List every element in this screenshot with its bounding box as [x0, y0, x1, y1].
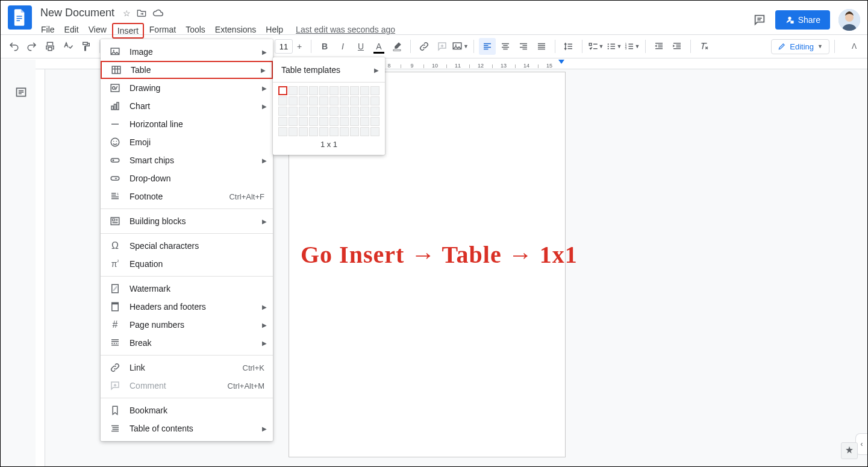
- insert-pagenum-item[interactable]: #Page numbers▶: [101, 316, 273, 334]
- move-icon[interactable]: [137, 8, 146, 18]
- menu-tools[interactable]: Tools: [181, 23, 210, 39]
- table-grid-cell[interactable]: [299, 117, 308, 126]
- document-title[interactable]: New Document: [37, 5, 118, 20]
- table-grid-cell[interactable]: [319, 96, 328, 105]
- table-size-grid[interactable]: [278, 86, 379, 136]
- insert-emoji-item[interactable]: Emoji: [101, 133, 273, 151]
- table-grid-cell[interactable]: [329, 86, 339, 95]
- decrease-indent-button[interactable]: [651, 38, 667, 55]
- table-grid-cell[interactable]: [278, 96, 287, 105]
- add-comment-button[interactable]: [434, 38, 451, 55]
- table-grid-cell[interactable]: [370, 127, 379, 136]
- menu-help[interactable]: Help: [261, 23, 287, 39]
- hide-menus-button[interactable]: ᐱ: [846, 38, 863, 55]
- table-grid-cell[interactable]: [350, 127, 359, 136]
- vertical-ruler[interactable]: [36, 69, 45, 466]
- align-left-button[interactable]: [479, 38, 496, 55]
- menu-view[interactable]: View: [84, 23, 111, 39]
- table-grid-cell[interactable]: [350, 96, 359, 105]
- table-grid-cell[interactable]: [340, 127, 349, 136]
- table-grid-cell[interactable]: [289, 127, 298, 136]
- table-grid-cell[interactable]: [299, 96, 308, 105]
- insert-headers-item[interactable]: Headers and footers▶: [101, 298, 273, 316]
- outline-button[interactable]: [15, 86, 27, 98]
- table-grid-cell[interactable]: [289, 107, 298, 116]
- increase-indent-button[interactable]: [669, 38, 685, 55]
- menu-extensions[interactable]: Extensions: [211, 23, 260, 39]
- table-grid-cell[interactable]: [329, 96, 339, 105]
- paint-format-button[interactable]: [78, 38, 95, 55]
- numbered-list-button[interactable]: 123▼: [623, 38, 640, 55]
- last-edit-link[interactable]: Last edit was seconds ago: [296, 23, 395, 39]
- table-grid-cell[interactable]: [309, 86, 318, 95]
- insert-table-item[interactable]: Table▶: [101, 61, 273, 79]
- table-grid-cell[interactable]: [319, 107, 328, 116]
- table-grid-cell[interactable]: [360, 96, 369, 105]
- font-size-input[interactable]: 11: [275, 39, 293, 54]
- insert-hr-item[interactable]: Horizontal line: [101, 115, 273, 133]
- italic-button[interactable]: I: [334, 38, 351, 55]
- insert-chart-item[interactable]: Chart▶: [101, 97, 273, 115]
- bold-button[interactable]: B: [316, 38, 333, 55]
- highlight-color-button[interactable]: [389, 38, 405, 55]
- indent-marker-icon[interactable]: [558, 60, 564, 64]
- table-grid-cell[interactable]: [309, 96, 318, 105]
- insert-image-item[interactable]: Image▶: [101, 43, 273, 61]
- docs-logo[interactable]: [8, 5, 32, 30]
- menu-edit[interactable]: Edit: [60, 23, 83, 39]
- insert-omega-item[interactable]: ΩSpecial characters: [101, 237, 273, 255]
- table-grid-cell[interactable]: [360, 127, 369, 136]
- insert-blocks-item[interactable]: Building blocks▶: [101, 212, 273, 230]
- cloud-status-icon[interactable]: [152, 8, 163, 18]
- table-grid-cell[interactable]: [370, 107, 379, 116]
- account-avatar[interactable]: [838, 9, 860, 31]
- line-spacing-button[interactable]: [560, 38, 577, 55]
- editing-mode-button[interactable]: Editing ▼: [771, 39, 829, 54]
- insert-pi-item[interactable]: π²Equation: [101, 255, 273, 273]
- table-grid-cell[interactable]: [319, 127, 328, 136]
- table-grid-cell[interactable]: [299, 107, 308, 116]
- table-templates-item[interactable]: Table templates ▶: [273, 61, 385, 79]
- insert-link-item[interactable]: LinkCtrl+K: [101, 359, 273, 377]
- table-grid-cell[interactable]: [360, 117, 369, 126]
- table-grid-cell[interactable]: [370, 96, 379, 105]
- bulleted-list-button[interactable]: ▼: [605, 38, 622, 55]
- insert-watermark-item[interactable]: Watermark: [101, 280, 273, 298]
- insert-dropdown-item[interactable]: Drop-down: [101, 169, 273, 187]
- table-grid-cell[interactable]: [299, 127, 308, 136]
- table-grid-cell[interactable]: [278, 107, 287, 116]
- table-grid-cell[interactable]: [278, 117, 287, 126]
- table-grid-cell[interactable]: [340, 117, 349, 126]
- underline-button[interactable]: U: [352, 38, 369, 55]
- table-grid-cell[interactable]: [319, 86, 328, 95]
- table-grid-cell[interactable]: [350, 107, 359, 116]
- menu-format[interactable]: Format: [145, 23, 180, 39]
- star-icon[interactable]: ☆: [123, 8, 131, 18]
- table-grid-cell[interactable]: [289, 96, 298, 105]
- spellcheck-button[interactable]: [60, 38, 76, 55]
- redo-button[interactable]: [23, 38, 40, 55]
- undo-button[interactable]: [5, 38, 22, 55]
- text-color-button[interactable]: A: [370, 38, 387, 55]
- table-grid-cell[interactable]: [299, 86, 308, 95]
- insert-footnote-item[interactable]: 1FootnoteCtrl+Alt+F: [101, 187, 273, 205]
- table-grid-cell[interactable]: [340, 86, 349, 95]
- table-grid-cell[interactable]: [340, 107, 349, 116]
- table-grid-cell[interactable]: [370, 117, 379, 126]
- table-grid-cell[interactable]: [278, 86, 287, 95]
- table-grid-cell[interactable]: [289, 86, 298, 95]
- checklist-button[interactable]: ▼: [587, 38, 604, 55]
- table-grid-cell[interactable]: [360, 107, 369, 116]
- insert-break-item[interactable]: Break▶: [101, 334, 273, 352]
- align-center-button[interactable]: [497, 38, 514, 55]
- insert-toc-item[interactable]: Table of contents▶: [101, 419, 273, 437]
- print-button[interactable]: [42, 38, 58, 55]
- align-justify-button[interactable]: [533, 38, 550, 55]
- table-grid-cell[interactable]: [309, 127, 318, 136]
- insert-bookmark-item[interactable]: Bookmark: [101, 401, 273, 419]
- table-grid-cell[interactable]: [370, 86, 379, 95]
- font-size-increase[interactable]: +: [293, 39, 306, 54]
- table-grid-cell[interactable]: [309, 117, 318, 126]
- insert-chips-item[interactable]: Smart chips▶: [101, 151, 273, 169]
- insert-drawing-item[interactable]: Drawing▶: [101, 79, 273, 97]
